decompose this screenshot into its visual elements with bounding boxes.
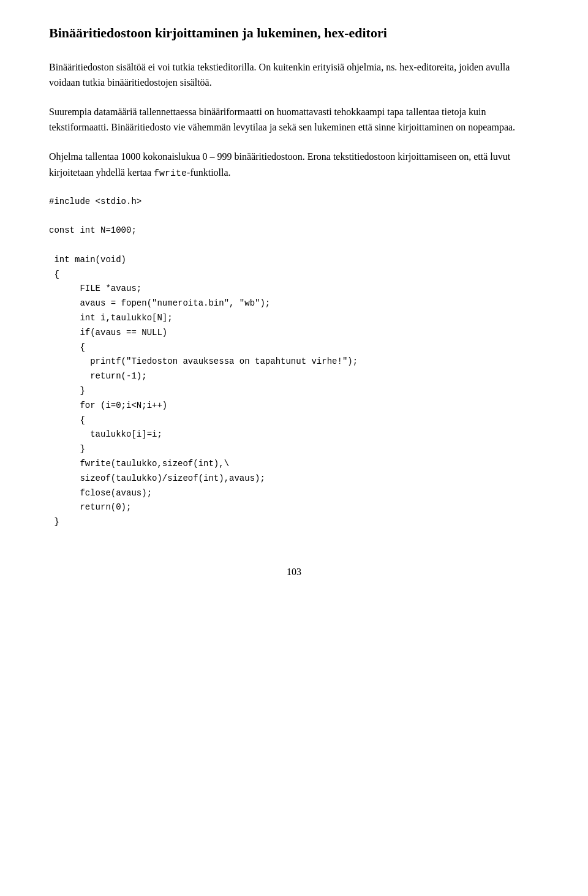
paragraph-1-text: Binääritiedoston sisältöä ei voi tutkia … xyxy=(49,62,510,88)
paragraph-3-text: Ohjelma tallentaa 1000 kokonaislukua 0 –… xyxy=(49,151,510,178)
code-block: #include <stdio.h> const int N=1000; int… xyxy=(49,195,539,530)
fwrite-inline-code: fwrite xyxy=(154,168,187,179)
paragraph-2-text: Suurempia datamääriä tallennettaessa bin… xyxy=(49,107,515,133)
paragraph-1: Binääritiedoston sisältöä ei voi tutkia … xyxy=(49,59,539,91)
on-text: On xyxy=(259,62,271,72)
page-number: 103 xyxy=(49,567,539,578)
paragraph-3: Ohjelma tallentaa 1000 kokonaislukua 0 –… xyxy=(49,149,539,181)
page-title: Binääritiedostoon kirjoittaminen ja luke… xyxy=(49,24,539,42)
paragraph-2: Suurempia datamääriä tallennettaessa bin… xyxy=(49,104,539,135)
code-content: #include <stdio.h> const int N=1000; int… xyxy=(49,197,358,527)
